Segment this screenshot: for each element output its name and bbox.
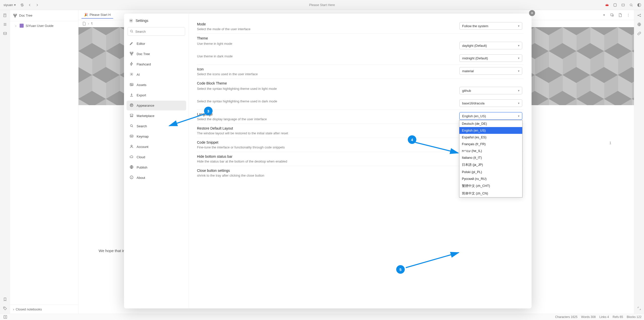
svg-point-6 (4, 308, 4, 308)
app-menu-dropdown[interactable]: siyuan ▾ (2, 3, 17, 7)
svg-line-35 (406, 253, 459, 268)
mode-select[interactable]: Follow the system▼ (459, 22, 522, 30)
doctree-panel: Doc Tree › SiYuan User Guide › Closed no… (10, 10, 78, 314)
rail-tag-icon[interactable] (2, 306, 8, 311)
language-dropdown: Deutsch (de_DE)English (en_US)Español (e… (459, 120, 522, 197)
svg-point-16 (131, 20, 132, 21)
tab-collapse-icon[interactable]: ▾ (601, 12, 607, 18)
icon-select[interactable]: material▼ (459, 67, 522, 75)
language-option[interactable]: Deutsch (de_DE) (459, 120, 522, 127)
language-option[interactable]: 日本語 (ja_JP) (459, 161, 522, 169)
settings-search-input[interactable] (128, 27, 185, 36)
sidebar-item-label: Keymap (137, 135, 149, 138)
sidebar-item-ai[interactable]: AI (127, 70, 186, 79)
search-icon (130, 124, 134, 129)
sidebar-item-cloud[interactable]: Cloud (127, 152, 186, 162)
doc-icon[interactable] (617, 12, 623, 18)
notebook-icon (20, 24, 24, 28)
svg-point-27 (131, 105, 131, 106)
language-option[interactable]: Italiano (it_IT) (459, 154, 522, 161)
sidebar-item-label: Appearance (137, 104, 154, 107)
language-option[interactable]: Français (fr_FR) (459, 141, 522, 147)
window-icon[interactable] (620, 2, 626, 8)
rail-link-icon[interactable] (636, 31, 642, 36)
settings-content: Mode Select the mode of the user interfa… (189, 14, 532, 308)
keymap-icon (130, 134, 134, 139)
svg-point-17 (130, 30, 132, 32)
chevron-down-icon: ▼ (517, 70, 520, 72)
theme-dark-desc: Use theme in dark mode (197, 54, 459, 58)
left-rail (0, 10, 10, 314)
tree-icon (13, 14, 17, 18)
language-option[interactable]: Русский (ru_RU) (459, 175, 522, 182)
language-option[interactable]: Español (es_ES) (459, 134, 522, 141)
language-option[interactable]: English (en_US) (459, 127, 522, 134)
theme-dark-select[interactable]: midnight (Default)▼ (459, 54, 522, 62)
chevron-right-icon[interactable]: › (14, 24, 18, 28)
window-title: Please Start Here (309, 3, 335, 7)
page-number: 1 (609, 141, 611, 145)
sidebar-item-editor[interactable]: Editor (127, 39, 186, 49)
sidebar-item-keymap[interactable]: Keymap (127, 132, 186, 141)
open-in-window-icon[interactable] (609, 12, 615, 18)
svg-rect-8 (16, 14, 17, 15)
svg-point-21 (131, 74, 132, 75)
svg-rect-9 (15, 16, 16, 17)
rail-outline-icon[interactable] (2, 22, 8, 27)
language-select[interactable]: English (en_US)▼ (459, 112, 522, 120)
language-option[interactable]: 繁體中文 (zh_CHT) (459, 182, 522, 190)
editor-icon (130, 41, 134, 46)
marketplace-icon (130, 113, 134, 118)
crown-icon[interactable] (604, 2, 610, 8)
sidebar-item-doctree[interactable]: Doc Tree (127, 49, 186, 59)
plugin-icon[interactable] (612, 2, 618, 8)
back-button[interactable] (27, 2, 32, 8)
rail-graph-icon[interactable] (636, 13, 642, 18)
codetheme-light-select[interactable]: github▼ (459, 87, 522, 94)
settings-sidebar: Settings EditorDoc TreeFlashcardAIAssets… (124, 14, 189, 308)
theme-toggle-icon[interactable] (636, 2, 642, 8)
svg-point-30 (131, 145, 132, 146)
svg-point-12 (640, 14, 641, 15)
rail-bookmark-icon[interactable] (2, 297, 8, 302)
sidebar-item-appearance[interactable]: Appearance (127, 101, 186, 110)
status-tasks-icon[interactable] (3, 314, 8, 320)
sidebar-item-export[interactable]: Export (127, 90, 186, 100)
codetheme-dark-select[interactable]: base16/dracula▼ (459, 99, 522, 107)
theme-light-select[interactable]: daylight (Default)▼ (459, 42, 522, 49)
language-option[interactable]: 简体中文 (zh_CN) (459, 190, 522, 197)
rail-expand-icon[interactable] (636, 306, 642, 311)
svg-rect-18 (130, 52, 131, 53)
theme-light-desc: Use theme in light mode (197, 42, 459, 46)
about-icon (130, 175, 134, 180)
flashcard-icon (130, 62, 134, 67)
sidebar-item-flashcard[interactable]: Flashcard (127, 59, 186, 69)
sidebar-item-publish[interactable]: Publish (127, 163, 186, 172)
app-name: siyuan (4, 3, 13, 7)
more-icon[interactable]: ⋮ (625, 12, 631, 18)
svg-rect-7 (14, 14, 15, 15)
tab-please-start-here[interactable]: 🎉 Please Start H (82, 11, 113, 19)
svg-point-11 (638, 15, 638, 16)
chevron-right-icon: › (88, 22, 89, 25)
forward-button[interactable] (34, 2, 40, 8)
tree-item[interactable]: › SiYuan User Guide (12, 22, 76, 29)
rail-docs-icon[interactable] (2, 13, 8, 18)
sidebar-item-assets[interactable]: Assets (127, 80, 186, 90)
appearance-icon (130, 103, 134, 108)
sidebar-item-label: Flashcard (137, 62, 151, 66)
closed-notebooks[interactable]: › Closed notebooks (10, 305, 78, 314)
sync-icon[interactable] (19, 2, 25, 8)
language-option[interactable]: עברית (he_IL) (459, 147, 522, 154)
rail-inbox-icon[interactable] (2, 31, 8, 36)
sidebar-item-account[interactable]: Account (127, 142, 186, 152)
rail-globe-icon[interactable] (636, 22, 642, 27)
sidebar-item-label: Editor (137, 42, 145, 46)
svg-line-34 (415, 142, 458, 153)
sidebar-item-about[interactable]: About (127, 173, 186, 183)
search-icon[interactable] (628, 2, 634, 8)
language-option[interactable]: Polski (pl_PL) (459, 169, 522, 175)
svg-rect-10 (611, 14, 613, 16)
sidebar-item-label: Search (137, 124, 147, 128)
close-button[interactable]: ✕ (529, 10, 535, 16)
